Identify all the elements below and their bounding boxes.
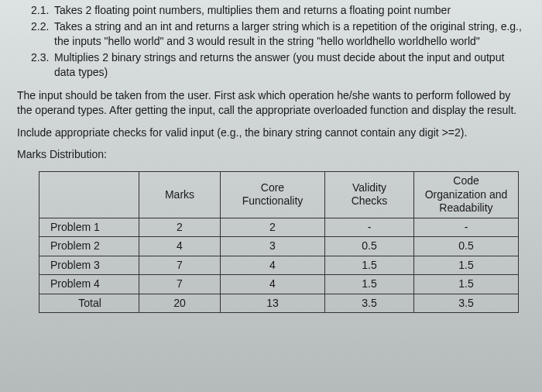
header-core: Core Functionality bbox=[221, 172, 325, 218]
cell-code: - bbox=[414, 218, 519, 237]
header-validity: Validity Checks bbox=[325, 172, 414, 218]
table-row: Problem 2 4 3 0.5 0.5 bbox=[39, 237, 519, 256]
cell-validity: 0.5 bbox=[325, 237, 414, 256]
table-row: Problem 1 2 2 - - bbox=[39, 218, 519, 237]
list-text: Multiplies 2 binary strings and returns … bbox=[54, 50, 527, 80]
cell-marks: 2 bbox=[139, 218, 221, 237]
cell-code: 1.5 bbox=[414, 256, 519, 275]
cell-marks: 7 bbox=[139, 275, 221, 294]
cell-core: 3 bbox=[221, 237, 325, 256]
cell-marks: 7 bbox=[139, 256, 221, 275]
cell-marks: 20 bbox=[139, 294, 221, 313]
cell-marks: 4 bbox=[139, 237, 221, 256]
header-blank bbox=[39, 172, 139, 218]
list-item-2-2: 2.2. Takes a string and an int and retur… bbox=[31, 19, 527, 49]
list-number: 2.1. bbox=[31, 3, 54, 18]
row-label: Problem 1 bbox=[39, 218, 139, 237]
header-code: Code Organization and Readability bbox=[414, 172, 519, 218]
row-label: Total bbox=[39, 294, 139, 313]
instruction-paragraph-2: Include appropriate checks for valid inp… bbox=[17, 126, 527, 140]
table-row-total: Total 20 13 3.5 3.5 bbox=[39, 294, 519, 313]
table-header-row: Marks Core Functionality Validity Checks… bbox=[39, 172, 519, 218]
cell-core: 4 bbox=[221, 256, 325, 275]
row-label: Problem 3 bbox=[39, 256, 139, 275]
cell-code: 3.5 bbox=[414, 294, 519, 313]
marks-table: Marks Core Functionality Validity Checks… bbox=[39, 171, 519, 313]
row-label: Problem 4 bbox=[39, 275, 139, 294]
marks-distribution-label: Marks Distribution: bbox=[17, 148, 527, 160]
cell-core: 13 bbox=[221, 294, 325, 313]
cell-validity: 1.5 bbox=[325, 275, 414, 294]
header-marks: Marks bbox=[139, 172, 221, 218]
cell-code: 0.5 bbox=[414, 237, 519, 256]
list-number: 2.2. bbox=[31, 19, 54, 49]
cell-validity: 3.5 bbox=[325, 294, 414, 313]
cell-core: 2 bbox=[221, 218, 325, 237]
table-row: Problem 4 7 4 1.5 1.5 bbox=[39, 275, 519, 294]
list-text: Takes 2 floating point numbers, multipli… bbox=[54, 3, 527, 18]
cell-code: 1.5 bbox=[414, 275, 519, 294]
cell-validity: - bbox=[325, 218, 414, 237]
list-item-2-1: 2.1. Takes 2 floating point numbers, mul… bbox=[31, 3, 527, 18]
document-body: 2.1. Takes 2 floating point numbers, mul… bbox=[0, 0, 542, 321]
cell-validity: 1.5 bbox=[325, 256, 414, 275]
list-number: 2.3. bbox=[31, 50, 54, 80]
table-row: Problem 3 7 4 1.5 1.5 bbox=[39, 256, 519, 275]
instruction-paragraph-1: The input should be taken from the user.… bbox=[17, 88, 527, 118]
list-item-2-3: 2.3. Multiplies 2 binary strings and ret… bbox=[31, 50, 527, 80]
cell-core: 4 bbox=[221, 275, 325, 294]
row-label: Problem 2 bbox=[39, 237, 139, 256]
list-text: Takes a string and an int and returns a … bbox=[54, 19, 527, 49]
